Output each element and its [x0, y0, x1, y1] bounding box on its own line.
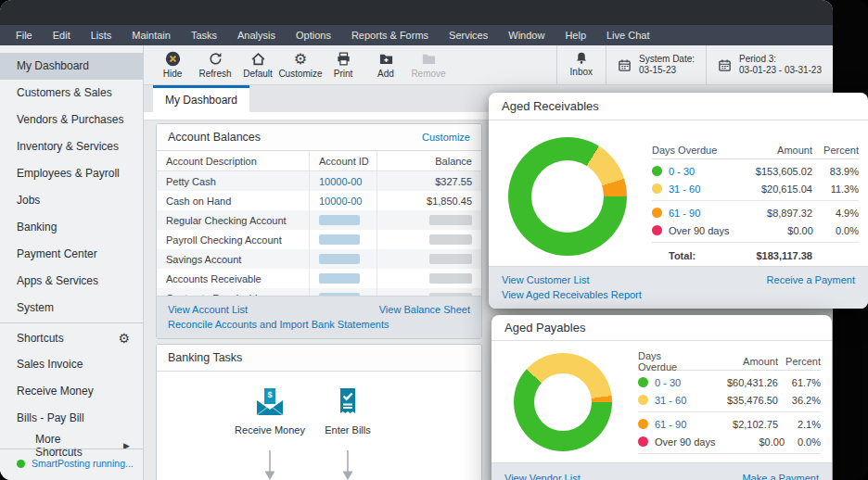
reconcile-accounts-link[interactable]: Reconcile Accounts and Import Bank State…: [168, 317, 389, 332]
menu-help[interactable]: Help: [555, 30, 596, 41]
menu-live-chat[interactable]: Live Chat: [596, 30, 659, 41]
table-row: Savings Account: [157, 249, 481, 269]
menu-lists[interactable]: Lists: [81, 30, 122, 41]
svg-text:$: $: [267, 390, 272, 399]
remove-button[interactable]: Remove: [407, 45, 450, 84]
period-button[interactable]: Period 3:03-01-23 - 03-31-23: [706, 45, 833, 84]
receive-a-payment-link[interactable]: Receive a Payment: [767, 272, 855, 287]
menu-tasks[interactable]: Tasks: [181, 30, 227, 41]
col-days-overdue: Days Overdue: [638, 350, 696, 373]
legend-dot: [638, 436, 648, 447]
table-row: Payroll Checking Account: [157, 230, 481, 249]
account-description: Savings Account: [157, 254, 309, 265]
receive-money-task[interactable]: $ Receive Money: [235, 385, 305, 480]
shortcuts-gear-icon[interactable]: ⚙: [118, 331, 130, 346]
make-a-payment-link[interactable]: Make a Payment: [742, 471, 819, 480]
customize-button[interactable]: ⚙ Customize: [279, 45, 322, 84]
add-button[interactable]: Add: [364, 45, 407, 84]
aging-amount: $35,476.50: [696, 395, 778, 406]
aging-percent: 11.3%: [812, 183, 859, 195]
aging-percent: 83.9%: [812, 166, 859, 177]
screenshot-stage: File Edit Lists Maintain Tasks Analysis …: [0, 0, 868, 480]
sidebar-item-jobs[interactable]: Jobs: [0, 187, 143, 214]
hide-button[interactable]: Hide: [151, 45, 194, 84]
account-id-link[interactable]: 10000-00: [319, 176, 363, 187]
sidebar-item-my-dashboard[interactable]: My Dashboard: [0, 53, 143, 80]
remove-label: Remove: [411, 69, 445, 79]
sidebar-item-apps-services[interactable]: Apps & Services: [0, 268, 143, 295]
aging-range-link[interactable]: 31 - 60: [669, 183, 727, 195]
enter-bills-icon: [330, 385, 365, 420]
customize-link[interactable]: Customize: [422, 132, 470, 143]
account-balance: $1,850.45: [377, 191, 481, 210]
toolbar: Hide Refresh Default ⚙ Customize: [144, 45, 833, 85]
aging-range-link[interactable]: 61 - 90: [655, 419, 696, 430]
menu-services[interactable]: Services: [439, 30, 498, 41]
shortcuts-label: Shortcuts: [17, 332, 64, 345]
legend-dot: [638, 377, 648, 387]
col-percent: Percent: [778, 356, 821, 367]
aging-row: Over 90 days $0.00 0.0%: [652, 221, 859, 239]
sidebar-shortcut-receive-money[interactable]: Receive Money: [0, 378, 143, 405]
down-arrow-icon: [341, 450, 354, 480]
tab-my-dashboard[interactable]: My Dashboard: [153, 85, 249, 112]
sidebar-item-system[interactable]: System: [0, 295, 143, 322]
account-balances-table: Account Description Account ID Balance P…: [157, 151, 481, 297]
view-account-list-link[interactable]: View Account List: [168, 302, 248, 317]
view-balance-sheet-link[interactable]: View Balance Sheet: [379, 302, 470, 317]
printer-icon: [336, 51, 351, 67]
view-customer-list-link[interactable]: View Customer List: [502, 272, 590, 287]
sidebar-shortcut-bills-pay-bill[interactable]: Bills - Pay Bill: [0, 405, 143, 432]
view-aged-receivables-report-link[interactable]: View Aged Receivables Report: [502, 287, 642, 302]
account-id-link[interactable]: 10000-00: [319, 196, 363, 207]
view-vendor-list-link[interactable]: View Vendor List: [504, 471, 581, 480]
aged-payables-footer: View Vendor List Make a Payment: [491, 462, 832, 480]
sidebar-item-vendors-purchases[interactable]: Vendors & Purchases: [0, 107, 143, 133]
sidebar-shortcuts-header[interactable]: Shortcuts ⚙: [0, 324, 143, 351]
system-date-value: 03-15-23: [639, 65, 676, 75]
sidebar-item-payment-center[interactable]: Payment Center: [0, 241, 143, 268]
table-row: Petty Cash 10000-00 $327.55: [157, 171, 481, 191]
aging-row: 31 - 60 $20,615.04 11.3%: [652, 180, 859, 197]
print-button[interactable]: Print: [322, 45, 364, 84]
bell-icon: [574, 51, 589, 65]
row-separator: [638, 453, 821, 454]
menu-file[interactable]: File: [6, 30, 43, 41]
sidebar-divider: [0, 322, 143, 323]
menu-maintain[interactable]: Maintain: [121, 30, 181, 41]
aging-range-link[interactable]: 31 - 60: [655, 395, 696, 406]
sidebar-shortcut-sales-invoice[interactable]: Sales Invoice: [0, 351, 143, 378]
customize-label: Customize: [278, 69, 322, 79]
aging-row: Over 90 days $0.00 0.0%: [638, 433, 821, 450]
aging-amount: $153,605.02: [727, 166, 812, 177]
menu-window[interactable]: Window: [498, 30, 555, 41]
default-button[interactable]: Default: [236, 45, 279, 84]
aging-percent: 61.7%: [778, 377, 821, 388]
account-description: Payroll Checking Account: [157, 234, 309, 246]
col-header-balance: Balance: [377, 151, 481, 171]
menu-edit[interactable]: Edit: [43, 30, 81, 41]
aging-range-link[interactable]: 0 - 30: [669, 166, 727, 177]
legend-dot: [652, 208, 662, 218]
menu-bar: File Edit Lists Maintain Tasks Analysis …: [0, 25, 833, 45]
sidebar-item-inventory-services[interactable]: Inventory & Services: [0, 133, 143, 160]
redacted-balance: [429, 234, 472, 245]
menu-analysis[interactable]: Analysis: [227, 30, 286, 41]
enter-bills-task[interactable]: Enter Bills: [313, 385, 383, 480]
refresh-button[interactable]: Refresh: [194, 45, 236, 84]
panel-title: Banking Tasks: [168, 351, 470, 364]
menu-options[interactable]: Options: [286, 30, 341, 41]
sidebar-item-banking[interactable]: Banking: [0, 214, 143, 241]
inbox-button[interactable]: Inbox: [556, 45, 606, 84]
redacted-balance: [429, 254, 472, 264]
aging-amount: $2,102.75: [696, 419, 778, 430]
legend-dot: [652, 166, 662, 176]
aging-range-link[interactable]: 0 - 30: [655, 377, 696, 388]
system-date-button[interactable]: System Date:03-15-23: [606, 45, 706, 84]
sidebar-item-customers-sales[interactable]: Customers & Sales: [0, 80, 143, 107]
gear-icon: ⚙: [294, 51, 307, 67]
menu-reports-forms[interactable]: Reports & Forms: [341, 30, 439, 41]
aging-range-link[interactable]: 61 - 90: [669, 208, 727, 219]
sidebar-item-employees-payroll[interactable]: Employees & Payroll: [0, 160, 143, 187]
panel-title: Account Balances: [168, 131, 422, 144]
